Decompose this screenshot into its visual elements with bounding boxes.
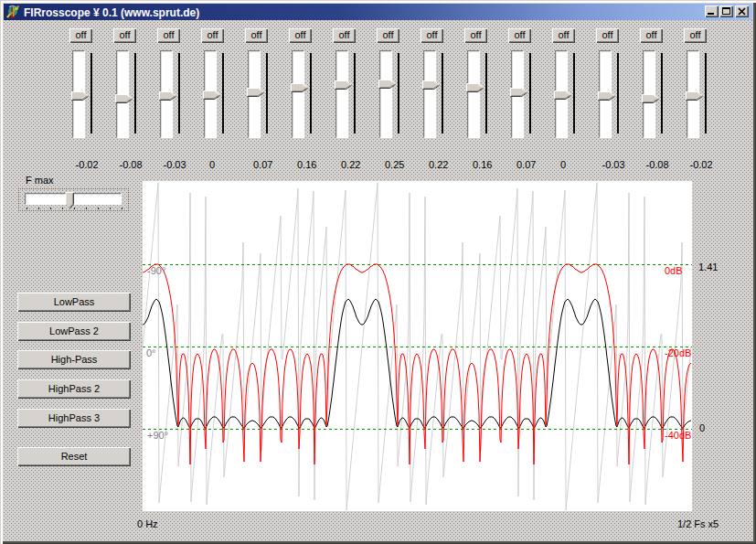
svg-text:0dB: 0dB [665, 265, 683, 276]
svg-text:+90°: +90° [147, 430, 168, 441]
svg-text:0°: 0° [146, 347, 156, 358]
svg-text:-90°: -90° [147, 265, 165, 276]
svg-text:-40dB: -40dB [665, 430, 691, 441]
svg-text:-20dB: -20dB [665, 347, 691, 358]
